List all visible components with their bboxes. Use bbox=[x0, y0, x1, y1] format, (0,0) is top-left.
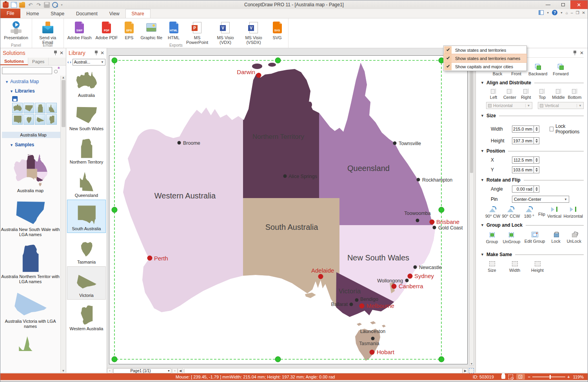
option-show-states-and-territories-names[interactable]: Show states and territories names bbox=[444, 54, 526, 62]
hscroll-right-button[interactable]: ▶ bbox=[463, 368, 468, 373]
library-item-western-australia[interactable]: Western Australia bbox=[67, 300, 106, 333]
open-folder-icon[interactable] bbox=[19, 2, 25, 8]
ribbon-item-adobe-flash[interactable]: SWFAdobe Flash bbox=[66, 20, 93, 41]
panels-icon[interactable] bbox=[539, 10, 544, 15]
doc-close-icon[interactable]: ✕ bbox=[582, 11, 585, 15]
save-icon[interactable] bbox=[44, 2, 50, 8]
collapse-arrow-icon[interactable]: ▼ bbox=[481, 178, 484, 182]
document-page[interactable]: Western AustraliaNorthern TerritorySouth… bbox=[109, 55, 468, 364]
collapse-arrow-icon[interactable]: ▼ bbox=[481, 253, 484, 256]
pin-dropdown[interactable]: Center-Center▼ bbox=[512, 196, 569, 203]
lock-proportions-checkbox[interactable] bbox=[550, 127, 554, 131]
library-selector[interactable]: Australi...▼ bbox=[73, 59, 105, 65]
scroll-down-icon[interactable]: ▼ bbox=[470, 362, 473, 365]
tree-item-australia-map[interactable]: ▼Australia Map bbox=[5, 79, 60, 84]
checkbox-icon[interactable] bbox=[444, 63, 452, 70]
tab-home[interactable]: Home bbox=[20, 9, 45, 18]
drawing-canvas[interactable]: Western AustraliaNorthern TerritorySouth… bbox=[107, 48, 469, 367]
library-item-victoria[interactable]: Victoria bbox=[67, 266, 106, 300]
pin-icon[interactable] bbox=[94, 51, 98, 55]
ribbon-item-send-via-email[interactable]: Send via Email bbox=[34, 20, 61, 45]
align-center-button[interactable]: Center bbox=[502, 89, 517, 100]
collapse-arrow-icon[interactable]: ▼ bbox=[481, 223, 484, 227]
zoom-search-icon[interactable] bbox=[52, 2, 58, 8]
app-logo-icon[interactable] bbox=[3, 2, 9, 8]
pin-icon[interactable] bbox=[573, 51, 577, 55]
pan-hand-icon[interactable] bbox=[501, 375, 505, 379]
align-middle-button[interactable]: Middle bbox=[551, 89, 566, 100]
library-preview-card[interactable]: Australia Map bbox=[12, 96, 59, 138]
ribbon-item-ms-powerpoint[interactable]: PMS PowerPoint bbox=[184, 20, 211, 45]
library-item-new-south-wales[interactable]: New South Wales bbox=[67, 100, 106, 133]
tab-shape[interactable]: Shape bbox=[45, 9, 70, 18]
zoom-out-icon[interactable]: − bbox=[528, 375, 530, 379]
prev-page-button[interactable]: ‹ bbox=[107, 368, 113, 373]
library-tile-australia[interactable] bbox=[12, 103, 23, 113]
australia-map[interactable]: Western AustraliaNorthern TerritorySouth… bbox=[114, 58, 443, 364]
close-icon[interactable]: ✕ bbox=[580, 51, 584, 55]
make-same-size-button[interactable]: Size bbox=[485, 261, 499, 273]
tab-file[interactable]: File bbox=[0, 9, 20, 18]
selection-handle[interactable] bbox=[112, 58, 117, 63]
collapse-ribbon-icon[interactable]: ⌂ bbox=[566, 11, 568, 15]
rotate-vertical-button[interactable]: Vertical bbox=[547, 207, 562, 218]
library-item-tasmania[interactable]: Tasmania bbox=[67, 233, 106, 266]
help-dropdown-icon[interactable]: ▼ bbox=[560, 11, 563, 14]
pin-icon[interactable] bbox=[54, 51, 57, 55]
rotate-90-ccw-button[interactable]: 90° CCW bbox=[502, 207, 520, 218]
library-item-northern-territory[interactable]: Northern Territory bbox=[67, 133, 106, 166]
rotate-180-button[interactable]: 180 ° bbox=[522, 207, 537, 218]
rotate-90-cw-button[interactable]: 90° CW bbox=[485, 207, 500, 218]
hscroll-left-button[interactable]: ◀ bbox=[178, 368, 183, 373]
scroll-down-icon[interactable]: ▼ bbox=[62, 369, 65, 373]
tree-item-samples[interactable]: ▼Samples bbox=[10, 142, 60, 147]
lock-button[interactable]: Lock bbox=[549, 232, 563, 244]
sample-thumbnail[interactable] bbox=[12, 154, 49, 187]
align-bottom-button[interactable]: Bottom bbox=[567, 89, 582, 100]
ribbon-item-presentation[interactable]: Presentation bbox=[3, 20, 29, 41]
sample-australia-map[interactable]: Australia map bbox=[0, 154, 60, 193]
forward-button[interactable]: Forward bbox=[553, 64, 568, 76]
fit-to-window-button[interactable] bbox=[516, 374, 525, 380]
tab-share[interactable]: Share bbox=[125, 9, 151, 18]
tab-view[interactable]: View bbox=[103, 9, 125, 18]
scroll-up-icon[interactable]: ▲ bbox=[62, 76, 65, 79]
doc-minimize-icon[interactable]: – bbox=[571, 11, 573, 15]
align-left-button[interactable]: Left bbox=[486, 89, 501, 100]
library-tile-northern-territory[interactable] bbox=[35, 103, 45, 113]
solutions-scrollbar[interactable]: ▲ ▼ bbox=[60, 76, 66, 373]
close-icon[interactable]: ✕ bbox=[100, 51, 104, 55]
checkbox-icon[interactable] bbox=[444, 55, 452, 62]
library-tile-south-australia[interactable] bbox=[12, 114, 23, 125]
width-input[interactable]: 215.0 mm bbox=[512, 126, 539, 133]
edit-group-button[interactable]: Edit Group bbox=[524, 232, 545, 244]
doc-restore-icon[interactable]: ❐ bbox=[576, 11, 579, 15]
ribbon-item-html[interactable]: HTMLHTML bbox=[165, 20, 182, 41]
ribbon-item-ms-visio-vsdx[interactable]: VMS Visio (VSDX) bbox=[240, 20, 267, 45]
y-input[interactable]: 103.6 mm bbox=[512, 166, 539, 173]
sample-australia-victoria-with-lga-names[interactable]: Australia Victoria with LGA names bbox=[0, 291, 60, 329]
ribbon-item-svg[interactable]: SVGSVG bbox=[269, 20, 286, 41]
sample-thumbnail[interactable] bbox=[13, 200, 48, 226]
distribute-horizontal-dropdown[interactable]: Horizontal▼ bbox=[486, 102, 532, 109]
backward-button[interactable]: Backward bbox=[528, 64, 547, 76]
library-back-icon[interactable]: ‹ bbox=[67, 60, 69, 64]
minimize-button[interactable]: — bbox=[541, 0, 555, 9]
collapse-arrow-icon[interactable]: ▼ bbox=[481, 81, 484, 85]
panels-dropdown-icon[interactable]: ▼ bbox=[546, 11, 549, 14]
ungroup-button[interactable]: UnGroup bbox=[503, 232, 521, 244]
page-selector[interactable]: Page1 (1/1)▼ bbox=[113, 368, 171, 373]
zoom-slider[interactable]: − + bbox=[528, 375, 570, 379]
library-item-south-australia[interactable]: South Australia bbox=[67, 200, 106, 233]
help-icon[interactable]: ? bbox=[552, 10, 557, 15]
unlock-button[interactable]: UnLock bbox=[567, 232, 581, 244]
zoom-slider-thumb[interactable] bbox=[550, 375, 551, 379]
search-icon[interactable] bbox=[53, 67, 60, 74]
vertical-scrollbar[interactable]: ▲ ▼ bbox=[469, 55, 474, 366]
sample-australia-new-south-wale-with-lga-names[interactable]: Australia New South Wale with LGA names bbox=[0, 200, 60, 237]
tab-document[interactable]: Document bbox=[70, 9, 103, 18]
maximize-button[interactable] bbox=[555, 0, 570, 9]
library-tile-victoria[interactable] bbox=[35, 114, 45, 125]
tree-item-libraries[interactable]: ▼Libraries bbox=[10, 88, 60, 94]
sample-partial[interactable] bbox=[0, 335, 60, 351]
